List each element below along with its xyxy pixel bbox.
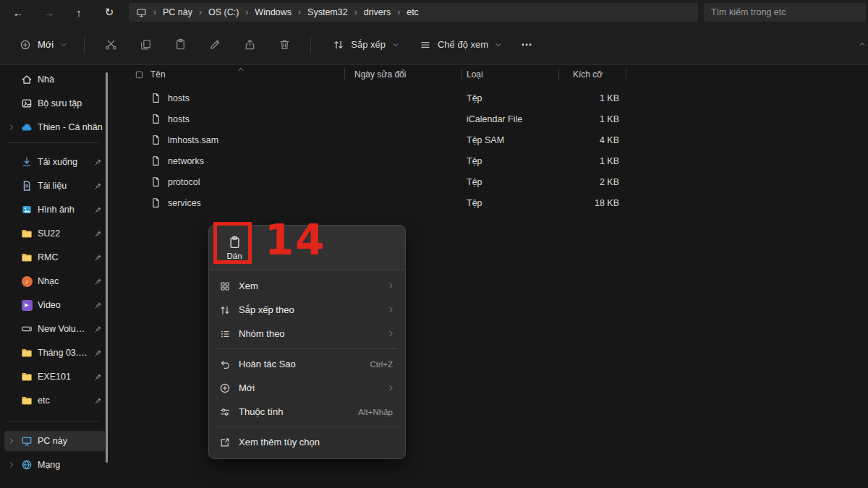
sidebar-item-home[interactable]: Nhà [4, 69, 105, 90]
new-button-label: Mới [38, 39, 54, 50]
sidebar-item-exe101[interactable]: EXE101 [4, 367, 105, 387]
menu-item-label: Xem [239, 281, 379, 291]
share-button[interactable] [236, 33, 263, 56]
folder-icon [21, 371, 33, 382]
copy-button[interactable] [132, 33, 159, 56]
sort-dropdown[interactable]: Sắp xếp [326, 34, 407, 56]
submenu-chevron-icon [387, 306, 395, 314]
up-button[interactable]: ↑ [68, 3, 90, 22]
more-options-button[interactable]: … [521, 38, 533, 51]
file-name: lmhosts.sam [168, 135, 218, 145]
file-row[interactable]: hosts iCalendar File 1 KB [116, 108, 868, 129]
sidebar-item-rmc[interactable]: RMC [4, 247, 105, 267]
cut-button[interactable] [97, 33, 124, 56]
chevron-right-icon: › [293, 7, 306, 17]
select-all-checkbox[interactable] [135, 70, 144, 80]
file-row[interactable]: lmhosts.sam Tệp SAM 4 KB [116, 129, 868, 150]
sidebar-item-video[interactable]: ▶ Video [4, 295, 105, 315]
context-menu-items: Xem Sắp xếp theo Nhóm theo Hoàn tác Sao … [209, 270, 405, 458]
breadcrumb-item-system32[interactable]: System32 [306, 7, 349, 17]
breadcrumb-item-windows[interactable]: Windows [253, 7, 293, 17]
chevron-right-icon[interactable] [8, 437, 15, 445]
panel-collapse-icon[interactable] [859, 40, 866, 48]
folder-icon [21, 252, 33, 263]
sidebar-item-music[interactable]: ♪ Nhạc [4, 271, 105, 291]
video-icon: ▶ [22, 300, 33, 311]
file-row[interactable]: protocol Tệp 2 KB [116, 171, 868, 192]
delete-button[interactable] [271, 33, 298, 56]
breadcrumb-item-etc[interactable]: etc [405, 7, 420, 17]
menu-item-sort-by[interactable]: Sắp xếp theo [212, 298, 402, 322]
sidebar-item-downloads[interactable]: Tải xuống [4, 152, 105, 172]
annotation-step-number: 14 [265, 219, 326, 261]
pin-icon [93, 206, 103, 214]
menu-item-undo-copy[interactable]: Hoàn tác Sao Ctrl+Z [212, 352, 402, 376]
pin-icon [93, 182, 103, 190]
file-size: 4 KB [558, 135, 626, 145]
view-mode-dropdown[interactable]: Chế độ xem [412, 34, 509, 56]
pictures-icon [21, 204, 33, 215]
menu-item-show-more-options[interactable]: Xem thêm tùy chọn [212, 430, 402, 454]
breadcrumb-item-os-c[interactable]: OS (C:) [207, 7, 240, 17]
paste-button[interactable] [166, 33, 194, 56]
chevron-right-icon: › [194, 7, 207, 17]
menu-item-view[interactable]: Xem [212, 274, 402, 298]
column-header-label: Kích cỡ [573, 69, 603, 80]
file-size: 1 KB [558, 114, 626, 124]
grid-view-icon [219, 281, 231, 292]
file-type: Tệp [461, 156, 558, 166]
file-size: 1 KB [558, 93, 626, 103]
file-row[interactable]: networks Tệp 1 KB [116, 150, 868, 171]
menu-divider [216, 348, 398, 349]
sidebar-item-this-pc[interactable]: PC này [4, 431, 105, 451]
properties-tune-icon [219, 406, 231, 418]
search-input[interactable] [704, 3, 866, 22]
menu-item-new[interactable]: Mới [212, 376, 402, 400]
undo-icon [219, 359, 231, 370]
toolbar-divider [310, 36, 311, 53]
sidebar-item-label: SU22 [38, 228, 88, 239]
back-button[interactable]: ← [7, 3, 29, 22]
column-header-size[interactable]: Kích cỡ [558, 65, 626, 84]
sidebar-item-etc[interactable]: etc [4, 390, 105, 411]
sidebar-item-label: Thien - Cá nhân [38, 122, 103, 132]
submenu-chevron-icon [387, 330, 395, 338]
sidebar-item-thang-03[interactable]: Tháng 03.202 [4, 343, 105, 363]
breadcrumb-item-pc[interactable]: PC này [161, 7, 194, 17]
folder-icon [21, 395, 33, 406]
music-icon: ♪ [22, 276, 33, 287]
sidebar-item-new-volume[interactable]: New Volume [4, 319, 105, 339]
sort-icon [333, 39, 344, 51]
forward-button[interactable]: → [38, 3, 59, 22]
column-header-type[interactable]: Loại [461, 65, 558, 84]
sidebar-item-pictures[interactable]: Hình ảnh [4, 200, 105, 220]
sort-ascending-icon [237, 66, 244, 73]
sort-icon [219, 304, 231, 316]
sidebar-item-label: Tài liệu [38, 181, 88, 191]
breadcrumb-item-drivers[interactable]: drivers [362, 7, 393, 17]
sidebar-item-onedrive[interactable]: Thien - Cá nhân [4, 117, 105, 137]
menu-item-shortcut: Ctrl+Z [370, 360, 393, 369]
group-list-icon [219, 328, 231, 340]
pin-icon [93, 254, 103, 262]
breadcrumb[interactable]: › PC này › OS (C:) › Windows › System32 … [129, 3, 698, 22]
rename-button[interactable] [201, 33, 229, 56]
file-name: networks [168, 156, 204, 166]
file-row[interactable]: services Tệp 18 KB [116, 192, 868, 213]
sidebar-item-network[interactable]: Mạng [4, 455, 105, 475]
chevron-down-icon [495, 41, 502, 48]
refresh-button[interactable]: ↻ [98, 3, 120, 22]
column-header-date[interactable]: Ngày sửa đổi [344, 65, 461, 84]
chevron-right-icon[interactable] [8, 461, 15, 468]
menu-item-properties[interactable]: Thuộc tính Alt+Nhập [212, 400, 402, 424]
sidebar-item-gallery[interactable]: Bộ sưu tập [4, 93, 105, 114]
file-row[interactable]: hosts Tệp 1 KB [116, 87, 868, 108]
sidebar-item-label: Nhạc [38, 276, 88, 286]
sidebar-scrollbar[interactable] [106, 72, 108, 463]
chevron-right-icon[interactable] [8, 124, 15, 131]
menu-item-group-by[interactable]: Nhóm theo [212, 322, 402, 346]
sidebar-item-su22[interactable]: SU22 [4, 223, 105, 244]
column-header-name[interactable]: Tên [150, 65, 344, 84]
sidebar-item-documents[interactable]: Tài liệu [4, 176, 105, 196]
new-button[interactable]: Mới [12, 34, 75, 56]
